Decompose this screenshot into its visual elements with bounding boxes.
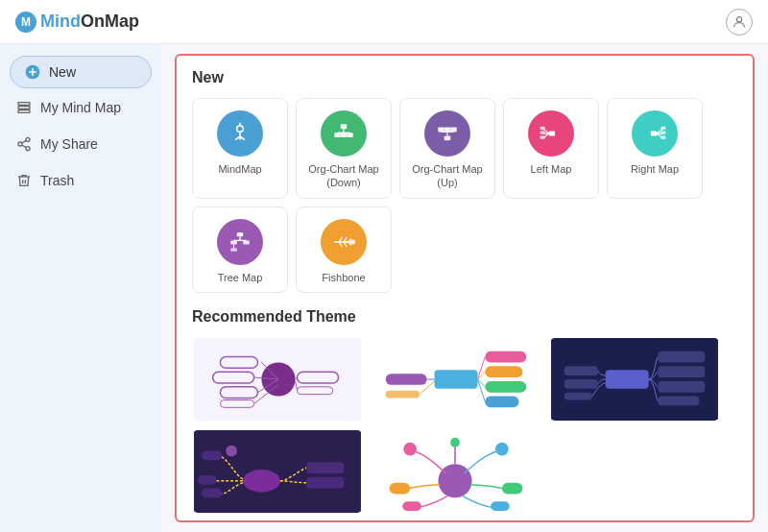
svg-rect-49 xyxy=(243,240,250,244)
map-item-rightmap[interactable]: Right Map xyxy=(607,98,703,199)
theme-card-3[interactable] xyxy=(549,337,720,422)
svg-rect-4 xyxy=(18,103,30,106)
content-box: New MindMap xyxy=(175,54,755,522)
svg-rect-100 xyxy=(202,450,223,460)
svg-rect-37 xyxy=(651,132,658,136)
svg-rect-22 xyxy=(341,133,348,137)
svg-point-0 xyxy=(736,16,741,21)
svg-rect-104 xyxy=(306,477,344,489)
recommended-theme-title: Recommended Theme xyxy=(192,308,737,326)
logo-map: Map xyxy=(105,12,139,32)
svg-rect-42 xyxy=(661,132,666,134)
map-item-orgup[interactable]: Org-Chart Map (Up) xyxy=(399,98,495,199)
map-item-treemap[interactable]: Tree Map xyxy=(192,206,288,293)
theme-card-5[interactable] xyxy=(371,429,541,514)
logo-mind: Mind xyxy=(40,12,81,32)
orgdown-label: Org-Chart Map(Down) xyxy=(308,162,378,190)
svg-rect-113 xyxy=(402,501,421,511)
svg-rect-79 xyxy=(485,396,518,407)
mindmap-label: MindMap xyxy=(218,162,261,176)
sidebar-item-trash[interactable]: Trash xyxy=(0,163,161,198)
svg-point-7 xyxy=(26,137,30,141)
share-icon xyxy=(15,135,33,153)
svg-rect-78 xyxy=(485,381,526,393)
svg-rect-103 xyxy=(306,462,344,473)
app-layout: New My Mind Map xyxy=(0,44,768,532)
rightmap-label: Right Map xyxy=(631,162,679,176)
svg-point-99 xyxy=(243,470,280,492)
svg-rect-24 xyxy=(438,128,444,133)
map-item-fishbone[interactable]: Fishbone xyxy=(296,206,392,293)
svg-rect-5 xyxy=(18,107,30,109)
svg-point-13 xyxy=(238,127,243,132)
svg-rect-21 xyxy=(334,133,341,137)
map-item-mindmap[interactable]: MindMap xyxy=(192,98,288,199)
svg-point-59 xyxy=(350,239,355,244)
svg-rect-6 xyxy=(18,110,30,113)
orgup-icon xyxy=(424,110,470,157)
leftmap-icon xyxy=(528,110,574,157)
svg-point-109 xyxy=(403,443,417,456)
sidebar-item-myshare[interactable]: My Share xyxy=(0,127,161,161)
treemap-icon xyxy=(217,219,263,265)
svg-line-10 xyxy=(22,145,27,148)
svg-rect-18 xyxy=(341,124,348,129)
sidebar-item-mymindmap[interactable]: My Mind Map xyxy=(0,90,161,125)
svg-rect-76 xyxy=(485,351,526,363)
list-icon xyxy=(15,99,33,116)
theme-card-4[interactable] xyxy=(192,429,363,514)
svg-rect-87 xyxy=(386,391,420,399)
theme-card-2[interactable] xyxy=(371,337,541,422)
svg-point-9 xyxy=(26,147,30,151)
svg-rect-29 xyxy=(444,135,451,140)
theme-card-1[interactable] xyxy=(192,337,363,422)
map-item-orgdown[interactable]: Org-Chart Map(Down) xyxy=(296,98,392,199)
svg-rect-35 xyxy=(540,132,545,134)
main-content: New MindMap xyxy=(161,44,768,532)
orgdown-icon xyxy=(321,110,367,157)
svg-rect-114 xyxy=(491,501,510,511)
svg-rect-34 xyxy=(540,127,545,130)
svg-rect-97 xyxy=(564,393,592,400)
svg-rect-92 xyxy=(658,366,705,377)
rightmap-icon xyxy=(632,110,678,157)
svg-rect-91 xyxy=(658,351,705,363)
svg-rect-48 xyxy=(230,240,237,244)
svg-point-110 xyxy=(495,443,509,456)
svg-rect-41 xyxy=(661,127,666,130)
svg-line-11 xyxy=(22,140,27,143)
svg-rect-102 xyxy=(202,488,223,497)
svg-rect-90 xyxy=(606,370,649,389)
svg-point-108 xyxy=(450,438,460,447)
svg-rect-75 xyxy=(435,370,478,389)
mindmap-icon xyxy=(217,110,263,157)
svg-point-107 xyxy=(438,464,471,497)
sidebar: New My Mind Map xyxy=(0,44,161,532)
user-avatar-icon[interactable] xyxy=(726,9,753,36)
svg-rect-44 xyxy=(237,232,244,236)
logo-on: On xyxy=(81,12,105,32)
plus-circle-icon xyxy=(24,63,41,81)
svg-rect-36 xyxy=(540,135,545,138)
theme-grid xyxy=(192,337,737,514)
sidebar-item-myshare-label: My Share xyxy=(40,136,98,152)
svg-rect-95 xyxy=(564,366,598,375)
svg-point-105 xyxy=(226,446,237,457)
svg-point-8 xyxy=(18,142,22,146)
svg-rect-30 xyxy=(549,132,556,136)
svg-rect-101 xyxy=(198,475,217,485)
sidebar-item-mymindmap-label: My Mind Map xyxy=(40,100,121,115)
trash-icon xyxy=(15,172,33,189)
svg-rect-112 xyxy=(502,483,523,495)
map-item-leftmap[interactable]: Left Map xyxy=(503,98,599,199)
svg-rect-93 xyxy=(658,381,705,393)
svg-rect-43 xyxy=(661,135,666,138)
svg-rect-111 xyxy=(390,483,411,495)
svg-rect-25 xyxy=(444,128,451,133)
sidebar-item-new-label: New xyxy=(49,64,76,80)
map-type-grid: MindMap Org-Chart Map(Do xyxy=(192,98,737,293)
svg-rect-94 xyxy=(658,396,699,405)
sidebar-item-new[interactable]: New xyxy=(10,56,152,88)
fishbone-label: Fishbone xyxy=(322,271,365,284)
fishbone-icon xyxy=(321,219,367,265)
